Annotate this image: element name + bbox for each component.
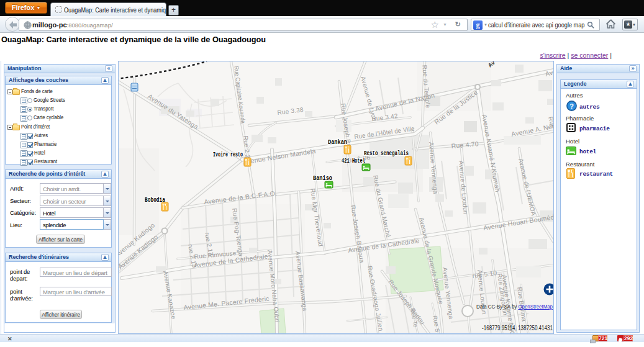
- svg-text:421 Hotel: 421 Hotel: [342, 157, 365, 164]
- svg-text:-168779.95114, 1387250.41431: -168779.95114, 1387250.41431: [482, 325, 553, 331]
- svg-text:Baniso: Baniso: [313, 174, 332, 182]
- svg-text:?: ?: [569, 102, 574, 110]
- svg-text:Dankan: Dankan: [328, 138, 347, 146]
- svg-text:Ivoire resto: Ivoire resto: [213, 151, 243, 158]
- svg-text:Resto senegalais: Resto senegalais: [364, 150, 409, 157]
- svg-text:Data CC-By-SA by OpenStreetMap: Data CC-By-SA by OpenStreetMap: [476, 303, 553, 310]
